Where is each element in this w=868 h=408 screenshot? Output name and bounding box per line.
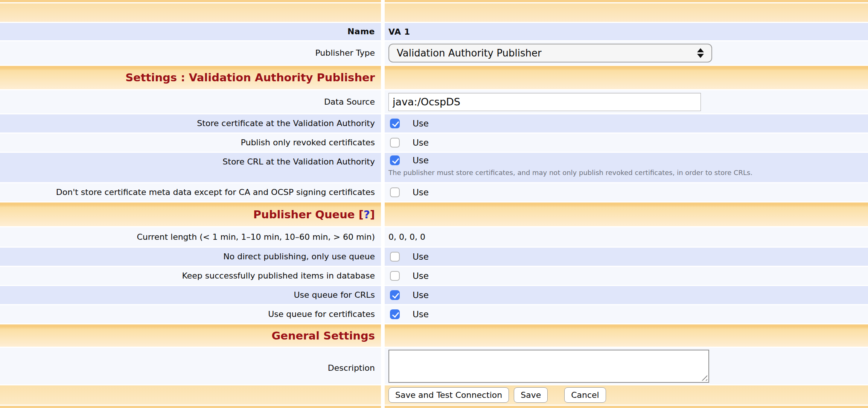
row-description: Description: [0, 348, 868, 384]
data-source-input[interactable]: [388, 93, 701, 111]
dont-store-meta-checkbox-label: Use: [413, 187, 429, 197]
queue-for-certificates-label: Use queue for certificates: [268, 309, 375, 320]
store-crl-checkbox-label: Use: [413, 155, 429, 165]
help-link[interactable]: ?: [364, 208, 370, 221]
no-direct-publishing-checkbox[interactable]: [390, 252, 400, 262]
save-and-test-button[interactable]: Save and Test Connection: [388, 387, 509, 403]
select-spinner-icon: [697, 48, 704, 58]
name-value: VA 1: [388, 27, 410, 37]
section-settings-header: Settings : Validation Authority Publishe…: [0, 66, 868, 89]
row-queue-for-crls: Use queue for CRLs Use: [0, 286, 868, 304]
queue-for-crls-checkbox[interactable]: [390, 290, 400, 300]
keep-published-checkbox[interactable]: [390, 271, 400, 281]
section-border-bottom: [0, 406, 868, 408]
dont-store-meta-checkbox[interactable]: [390, 187, 400, 197]
store-crl-checkbox[interactable]: [390, 155, 400, 165]
queue-section-title: Publisher Queue [?]: [253, 208, 375, 221]
queue-for-crls-label: Use queue for CRLs: [294, 290, 375, 300]
no-direct-publishing-label: No direct publishing, only use queue: [223, 251, 375, 262]
section-band-partial: [0, 3, 868, 22]
row-dont-store-meta: Don't store certificate meta data except…: [0, 183, 868, 201]
row-buttons: Save and Test Connection Save Cancel: [0, 385, 868, 405]
publisher-type-label: Publisher Type: [315, 48, 375, 58]
section-general-header: General Settings: [0, 324, 868, 347]
keep-published-label: Keep successfully published items in dat…: [182, 271, 375, 281]
queue-for-crls-checkbox-label: Use: [413, 290, 429, 300]
queue-for-certificates-checkbox[interactable]: [390, 309, 400, 319]
description-textarea[interactable]: [388, 350, 709, 383]
publisher-type-selected-value: Validation Authority Publisher: [397, 47, 542, 59]
row-publish-only-revoked: Publish only revoked certificates Use: [0, 134, 868, 152]
publisher-edit-form: Name VA 1 Publisher Type Validation Auth…: [0, 0, 868, 408]
store-crl-label: Store CRL at the Validation Authority: [222, 157, 375, 167]
section-border-top: [0, 0, 868, 2]
publish-only-revoked-checkbox-label: Use: [413, 138, 429, 148]
store-certificate-checkbox-label: Use: [413, 119, 429, 128]
keep-published-checkbox-label: Use: [413, 271, 429, 281]
row-data-source: Data Source: [0, 90, 868, 113]
dont-store-meta-label: Don't store certificate meta data except…: [56, 187, 375, 198]
settings-section-title: Settings : Validation Authority Publishe…: [125, 71, 375, 84]
column-divider: [381, 0, 385, 2]
row-current-length: Current length (< 1 min, 1–10 min, 10–60…: [0, 227, 868, 247]
description-label: Description: [328, 363, 375, 373]
row-keep-published: Keep successfully published items in dat…: [0, 267, 868, 285]
resize-handle-icon[interactable]: [701, 375, 707, 381]
row-store-crl: Store CRL at the Validation Authority Us…: [0, 153, 868, 182]
general-section-title: General Settings: [271, 329, 375, 342]
publish-only-revoked-checkbox[interactable]: [390, 138, 400, 148]
row-publisher-type: Publisher Type Validation Authority Publ…: [0, 41, 868, 65]
current-length-value: 0, 0, 0, 0: [388, 232, 425, 242]
store-crl-note: The publisher must store certificates, a…: [388, 168, 752, 177]
data-source-label: Data Source: [324, 97, 375, 107]
publish-only-revoked-label: Publish only revoked certificates: [241, 137, 375, 148]
save-button[interactable]: Save: [514, 387, 548, 403]
store-certificate-label: Store certificate at the Validation Auth…: [197, 118, 375, 129]
no-direct-publishing-checkbox-label: Use: [413, 252, 429, 262]
publisher-type-select[interactable]: Validation Authority Publisher: [388, 44, 712, 62]
section-queue-header: Publisher Queue [?]: [0, 202, 868, 226]
row-queue-for-certificates: Use queue for certificates Use: [0, 305, 868, 323]
store-certificate-checkbox[interactable]: [390, 119, 400, 128]
row-no-direct-publishing: No direct publishing, only use queue Use: [0, 248, 868, 266]
name-label: Name: [347, 26, 375, 37]
row-name: Name VA 1: [0, 23, 868, 40]
queue-for-certificates-checkbox-label: Use: [413, 309, 429, 319]
row-store-certificate: Store certificate at the Validation Auth…: [0, 114, 868, 132]
current-length-label: Current length (< 1 min, 1–10 min, 10–60…: [137, 232, 375, 242]
cancel-button[interactable]: Cancel: [564, 387, 606, 403]
